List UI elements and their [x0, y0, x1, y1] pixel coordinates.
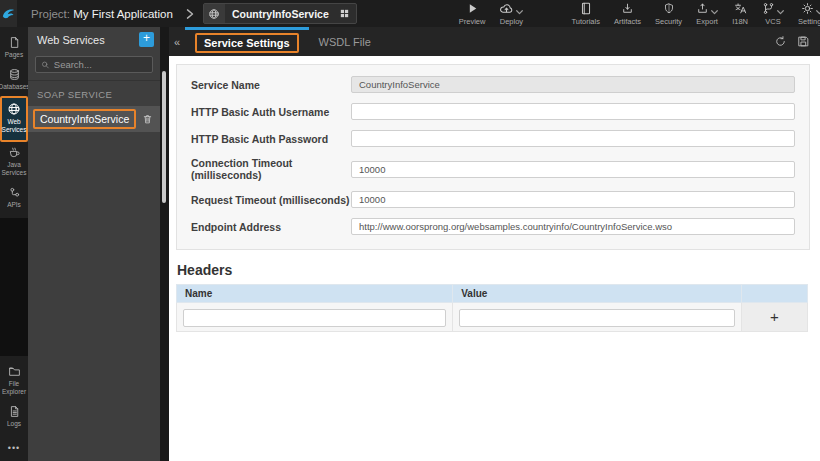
deploy-label: Deploy	[500, 17, 523, 26]
header-name-input[interactable]	[183, 309, 446, 327]
preview-label: Preview	[459, 17, 486, 26]
tab-wsdl-file-label: WSDL File	[319, 36, 371, 48]
sidebar-item-file-explorer[interactable]: File Explorer	[0, 361, 28, 401]
collapse-panel-button[interactable]: «	[169, 27, 185, 56]
settings-label: Settings	[798, 17, 820, 26]
header-col-action	[742, 285, 808, 303]
export-button[interactable]: Export	[696, 2, 718, 26]
add-header-button[interactable]: +	[742, 303, 808, 332]
project-label: Project:	[31, 8, 70, 20]
add-service-button[interactable]: +	[139, 32, 154, 47]
apps-grid-icon[interactable]	[339, 5, 350, 23]
endpoint-address-label: Endpoint Address	[191, 221, 351, 233]
sidebar-item-web-services[interactable]: Web Services	[0, 96, 28, 141]
database-icon	[8, 68, 21, 81]
left-sidebar: Pages Databases Web Se	[0, 27, 28, 461]
download-tray-icon	[621, 2, 634, 15]
settings-card: Service Name HTTP Basic Auth Username HT…	[176, 64, 810, 250]
form-row-service-name: Service Name	[191, 76, 795, 93]
upload-tray-icon	[696, 2, 709, 15]
service-name-label: Service Name	[191, 79, 351, 91]
i18n-button[interactable]: I18N	[732, 2, 748, 26]
trash-icon[interactable]	[142, 113, 153, 125]
preview-button[interactable]: Preview	[459, 2, 486, 26]
search-box[interactable]	[35, 56, 153, 73]
panel-search-row	[28, 52, 160, 81]
search-icon	[41, 60, 50, 70]
service-name-input	[351, 76, 795, 93]
sidebar-item-apis[interactable]: APIs	[0, 182, 28, 214]
tutorials-button[interactable]: Tutorials	[571, 2, 599, 26]
shield-icon	[663, 2, 675, 15]
auth-username-input[interactable]	[351, 103, 795, 120]
sidebar-label-pages: Pages	[5, 51, 23, 59]
auth-username-label: HTTP Basic Auth Username	[191, 106, 351, 118]
sidebar-item-logs[interactable]: Logs	[0, 401, 28, 433]
save-icon[interactable]	[797, 35, 810, 48]
panel-title: Web Services	[37, 34, 139, 46]
artifacts-button[interactable]: Artifacts	[614, 2, 641, 26]
security-button[interactable]: Security	[655, 2, 682, 26]
tabbar-actions	[774, 27, 820, 56]
search-input[interactable]	[54, 59, 147, 70]
sidebar-label-logs: Logs	[7, 420, 21, 428]
sidebar-bottom-group: File Explorer Logs	[0, 356, 28, 437]
panel-header: Web Services +	[28, 27, 160, 52]
header-name-cell	[177, 303, 453, 332]
coffee-icon	[8, 146, 21, 159]
service-settings-form: Service Name HTTP Basic Auth Username HT…	[169, 56, 820, 461]
open-service-tab[interactable]: CountryInfoService	[203, 3, 357, 24]
content-area: « Service Settings WSDL File	[169, 27, 820, 461]
chevron-down-icon	[711, 10, 718, 15]
endpoint-address-input[interactable]	[351, 218, 795, 235]
form-row-connection-timeout: Connection Timeout (milliseconds)	[191, 157, 795, 181]
translate-icon	[734, 2, 747, 15]
tab-wsdl-file[interactable]: WSDL File	[309, 27, 381, 56]
sidebar-top-group: Pages Databases Web Se	[0, 27, 28, 218]
auth-password-input[interactable]	[351, 130, 795, 147]
request-timeout-label: Request Timeout (milliseconds)	[191, 194, 351, 206]
globe-icon	[204, 4, 225, 23]
form-row-request-timeout: Request Timeout (milliseconds)	[191, 191, 795, 208]
settings-button[interactable]: Settings	[798, 2, 820, 26]
sidebar-label-web-services: Web Services	[2, 118, 27, 134]
refresh-icon[interactable]	[774, 35, 787, 48]
branch-icon	[762, 2, 775, 15]
header-value-input[interactable]	[459, 309, 735, 327]
export-label: Export	[696, 17, 718, 26]
top-bar: Project: My First Application CountryInf…	[0, 0, 820, 27]
vcs-button[interactable]: VCS	[762, 2, 784, 26]
sidebar-more-button[interactable]: •••	[0, 437, 28, 461]
panel-content-gutter	[160, 27, 169, 461]
globe-icon	[7, 102, 21, 116]
soap-service-section-label: SOAP SERVICE	[28, 81, 160, 106]
api-connector-icon	[8, 186, 21, 199]
sidebar-item-java-services[interactable]: Java Services	[0, 142, 28, 182]
sidebar-label-file-explorer: File Explorer	[0, 380, 28, 396]
vcs-label: VCS	[765, 17, 780, 26]
header-col-value: Value	[453, 285, 742, 303]
chevron-down-icon	[777, 10, 784, 15]
tab-service-settings[interactable]: Service Settings	[185, 27, 309, 56]
form-row-endpoint-address: Endpoint Address	[191, 218, 795, 235]
gear-icon	[801, 2, 814, 15]
sidebar-item-databases[interactable]: Databases	[0, 64, 28, 96]
service-list-item[interactable]: CountryInfoService	[28, 106, 160, 132]
app-logo[interactable]	[0, 0, 17, 27]
headers-section-title: Headers	[177, 262, 810, 278]
service-item-name[interactable]: CountryInfoService	[33, 109, 136, 129]
sidebar-spacer	[0, 218, 28, 356]
deploy-button[interactable]: Deploy	[499, 2, 523, 26]
project-name: My First Application	[73, 8, 173, 20]
cloud-upload-icon	[499, 2, 514, 15]
connection-timeout-input[interactable]	[351, 161, 795, 178]
security-label: Security	[655, 17, 682, 26]
headers-table: Name Value +	[176, 284, 808, 332]
book-icon	[580, 2, 592, 15]
sidebar-item-pages[interactable]: Pages	[0, 32, 28, 64]
request-timeout-input[interactable]	[351, 191, 795, 208]
header-col-name: Name	[177, 285, 453, 303]
connection-timeout-label: Connection Timeout (milliseconds)	[191, 157, 351, 181]
vertical-scrollbar[interactable]	[162, 71, 166, 203]
web-services-panel: Web Services + SOAP SERVICE CountryInfoS…	[28, 27, 160, 461]
